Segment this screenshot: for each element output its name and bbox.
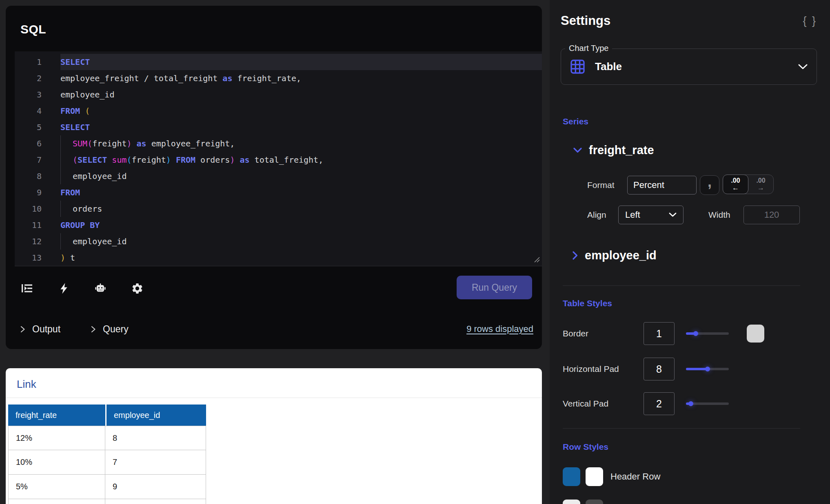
code-line[interactable]: 5SELECT: [15, 119, 542, 135]
align-select[interactable]: Left: [618, 206, 684, 224]
chevron-down-icon: [573, 148, 582, 153]
format-code-icon[interactable]: [20, 282, 33, 295]
settings-panel: Settings { } Chart Type Table Series fre…: [550, 0, 830, 504]
code-text: SELECT: [60, 119, 542, 135]
line-number: 8: [15, 168, 60, 184]
column-header: employee_id: [105, 405, 206, 426]
query-label: Query: [103, 324, 129, 335]
decrease-decimal-button[interactable]: .00 ←: [723, 175, 748, 194]
code-line[interactable]: 11GROUP BY: [15, 217, 542, 233]
card-title[interactable]: Link: [17, 378, 36, 391]
table-cell: 8: [105, 426, 206, 450]
line-number: 3: [15, 86, 60, 103]
line-number: 9: [15, 184, 60, 201]
series-item-employee-id[interactable]: employee_id: [573, 249, 657, 262]
line-number: 1: [15, 54, 60, 70]
indent-guide: [60, 233, 73, 250]
horizontal-pad-input[interactable]: [644, 358, 675, 380]
align-label: Align: [587, 206, 606, 224]
table-row: 10%7: [8, 450, 206, 475]
table-cell: 12%: [8, 426, 105, 450]
query-section-toggle[interactable]: Query: [91, 324, 129, 335]
slider-thumb[interactable]: [693, 331, 698, 336]
code-line[interactable]: 13) t: [15, 250, 542, 266]
code-text: employee_freight / total_freight as frei…: [60, 70, 542, 86]
vertical-pad-slider[interactable]: [686, 402, 729, 405]
align-value: Left: [625, 210, 640, 220]
code-line[interactable]: 2employee_freight / total_freight as fre…: [15, 70, 542, 86]
indent-guide: [60, 135, 73, 152]
code-text: SELECT: [60, 54, 542, 70]
table-header-row: freight_rateemployee_id: [8, 405, 206, 426]
table-cell: [105, 499, 206, 504]
slider-thumb[interactable]: [705, 367, 710, 371]
code-editor[interactable]: 1SELECT2employee_freight / total_freight…: [15, 51, 542, 266]
chart-type-value: Table: [595, 60, 622, 73]
border-width-slider[interactable]: [686, 332, 729, 335]
lightning-icon[interactable]: [57, 282, 70, 295]
code-line[interactable]: 6SUM(freight) as employee_freight,: [15, 135, 542, 152]
row-bg-swatch[interactable]: [563, 500, 580, 504]
code-line[interactable]: 7(SELECT sum(freight) FROM orders) as to…: [15, 152, 542, 168]
code-line[interactable]: 10orders: [15, 201, 542, 217]
column-header: freight_rate: [8, 405, 105, 426]
code-line[interactable]: 3employee_id: [15, 86, 542, 103]
editor-toolbar: [20, 270, 167, 307]
thousands-separator-button[interactable]: ,: [700, 175, 719, 195]
settings-title: Settings: [561, 13, 610, 28]
code-text: employee_id: [60, 233, 542, 250]
horizontal-pad-slider[interactable]: [686, 368, 729, 370]
chevron-down-icon: [798, 64, 808, 70]
arrow-left-icon: ←: [732, 184, 739, 191]
code-text: SUM(freight) as employee_freight,: [60, 135, 542, 152]
width-input[interactable]: [743, 206, 800, 224]
vertical-pad-label: Vertical Pad: [563, 399, 608, 409]
arrow-right-icon: →: [757, 184, 764, 191]
border-width-input[interactable]: [644, 322, 675, 345]
section-divider: [563, 428, 800, 429]
series-item-freight-rate[interactable]: freight_rate: [573, 144, 654, 157]
output-label: Output: [32, 324, 60, 335]
header-row-label: Header Row: [610, 471, 660, 482]
code-line[interactable]: 12employee_id: [15, 233, 542, 250]
series-section-label: Series: [563, 117, 588, 126]
code-braces-icon[interactable]: { }: [803, 15, 817, 27]
indent-guide: [60, 201, 73, 217]
code-line[interactable]: 8employee_id: [15, 168, 542, 184]
increase-decimal-button[interactable]: .00 →: [748, 175, 773, 194]
header-row-bg-swatch[interactable]: [563, 467, 580, 486]
panel-title: SQL: [20, 22, 46, 36]
code-line[interactable]: 9FROM: [15, 184, 542, 201]
header-row-text-swatch[interactable]: [586, 467, 603, 486]
line-number: 6: [15, 135, 60, 152]
code-line[interactable]: 4FROM (: [15, 103, 542, 119]
slider-thumb[interactable]: [688, 401, 693, 406]
code-text: FROM (: [60, 103, 542, 119]
line-number: 10: [15, 201, 60, 217]
table-row: 12%8: [8, 426, 206, 450]
format-input[interactable]: [627, 176, 697, 195]
line-number: 7: [15, 152, 60, 168]
chevron-right-icon: [91, 325, 96, 333]
line-number: 11: [15, 217, 60, 233]
line-number: 13: [15, 250, 60, 266]
robot-icon[interactable]: [94, 282, 107, 295]
run-query-button[interactable]: Run Query: [457, 276, 532, 299]
vertical-pad-input[interactable]: [644, 392, 675, 415]
code-text: orders: [60, 201, 542, 217]
gear-icon[interactable]: [131, 282, 144, 295]
horizontal-pad-label: Horizontal Pad: [563, 364, 619, 374]
code-text: FROM: [60, 184, 542, 201]
code-text: GROUP BY: [60, 217, 542, 233]
code-text: employee_id: [60, 86, 542, 103]
border-color-swatch[interactable]: [747, 325, 764, 343]
header-row-style: Header Row: [563, 467, 660, 486]
chart-type-dropdown[interactable]: Chart Type Table: [561, 49, 817, 85]
output-section-toggle[interactable]: Output: [20, 324, 60, 335]
row-text-swatch[interactable]: [586, 500, 603, 504]
width-label: Width: [708, 206, 730, 224]
table-grid-icon: [570, 59, 585, 74]
resize-handle-icon[interactable]: [533, 255, 540, 265]
code-line[interactable]: 1SELECT: [15, 54, 542, 70]
rows-displayed-status[interactable]: 9 rows displayed: [466, 324, 533, 334]
